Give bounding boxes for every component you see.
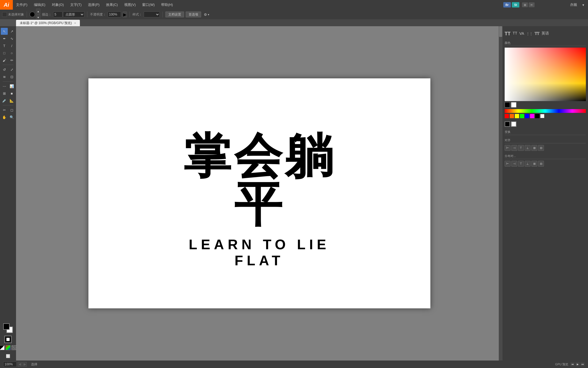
magenta-swatch[interactable] (530, 114, 534, 118)
color-mode-btn[interactable] (0, 345, 5, 350)
free-transform-btn[interactable]: ⊡ (8, 73, 15, 80)
tt-outlined-icon[interactable]: TT (535, 31, 539, 37)
stroke-width-input[interactable] (53, 11, 63, 17)
stroke-color-swatch[interactable] (30, 12, 35, 17)
workspace-icon[interactable]: ⊞ (522, 2, 528, 7)
warp-tool-btn[interactable]: ≋ (1, 73, 8, 80)
align-right-btn[interactable]: ⊤ (518, 145, 524, 151)
align-left-btn[interactable]: ⊢ (505, 145, 511, 151)
dist-left-btn[interactable]: ⊢ (505, 161, 511, 167)
align-center-h-btn[interactable]: ⊣ (511, 145, 517, 151)
black-swatch[interactable] (505, 102, 510, 108)
next-btn[interactable]: ▷ (22, 362, 27, 367)
canvas-scrollbar-v[interactable] (499, 26, 503, 361)
paintbrush-tool-btn[interactable]: 🖌 (1, 57, 8, 64)
scale-tool-btn[interactable]: ⤢ (8, 66, 15, 73)
pen-tool-btn[interactable]: ✒ (1, 35, 8, 42)
column-graph-btn[interactable]: 📊 (8, 83, 15, 90)
user-name[interactable]: 亦频 (568, 0, 579, 10)
none-swatch[interactable] (11, 345, 16, 350)
main-tab[interactable]: 未标题-1* @ 100% (RGB/GPU 预览) ✕ (16, 20, 80, 26)
rect-tool-btn[interactable]: □ (1, 49, 8, 56)
stroke-swatch[interactable] (4, 336, 12, 343)
hue-bar[interactable] (505, 109, 586, 113)
scissors-btn[interactable]: ✂ (1, 106, 8, 113)
gradient-swatch[interactable] (6, 345, 10, 350)
dist-right-btn[interactable]: ⊤ (518, 161, 524, 167)
red-swatch[interactable] (505, 114, 509, 118)
direct-select-tool-btn[interactable]: ↗ (8, 28, 15, 35)
zoom-input[interactable] (3, 362, 17, 367)
rewind-btn[interactable]: ⏮ (570, 362, 575, 366)
gradient-tool-btn[interactable]: ■ (8, 90, 15, 97)
pen-icon[interactable]: ✏ (529, 2, 535, 7)
char-options-icon[interactable]: ⋮⋮ (526, 31, 533, 37)
white-swatch[interactable] (511, 102, 516, 108)
white-small-swatch[interactable] (540, 114, 544, 118)
foreground-background-color[interactable] (3, 323, 13, 333)
stroke-up-btn[interactable]: ▲ (36, 9, 40, 14)
menu-window[interactable]: 窗口(W) (139, 0, 158, 10)
menu-object[interactable]: 对象(O) (49, 0, 67, 10)
doc-settings-btn[interactable]: 文档设置 (165, 11, 184, 17)
menu-text[interactable]: 文字(T) (67, 0, 85, 10)
hand-tool-btn[interactable]: ✋ (1, 114, 8, 121)
green-swatch[interactable] (520, 114, 524, 118)
foreground-color-box[interactable] (3, 323, 10, 330)
style-select[interactable] (144, 11, 160, 17)
dist-top-btn[interactable]: ⊥ (525, 161, 531, 167)
tab-close-btn[interactable]: ✕ (74, 22, 76, 25)
forward-btn[interactable]: ⏭ (581, 362, 585, 366)
menu-help[interactable]: 帮助(H) (158, 0, 176, 10)
menu-select[interactable]: 选择(P) (85, 0, 103, 10)
orange-swatch[interactable] (510, 114, 514, 118)
color-gradient-picker[interactable] (505, 48, 586, 101)
dist-bottom-btn[interactable]: ⊟ (538, 161, 544, 167)
menu-effect[interactable]: 效果(C) (103, 0, 121, 10)
curvature-tool-btn[interactable]: ∿ (8, 35, 15, 42)
selection-tool-indicator[interactable] (2, 12, 7, 17)
eyedropper-btn[interactable]: 💉 (1, 97, 8, 104)
menu-file[interactable]: 文件(F) (13, 0, 31, 10)
dist-center-h-btn[interactable]: ⊣ (511, 161, 517, 167)
char-va-icon[interactable]: VA (519, 31, 524, 37)
char-size-icon[interactable]: TT (505, 31, 511, 37)
fill-swatch[interactable] (505, 121, 510, 127)
stock-icon[interactable]: St (512, 2, 519, 7)
yellow-swatch[interactable] (515, 114, 519, 118)
zoom-tool-btn[interactable]: 🔍 (8, 114, 15, 121)
mesh-tool-btn[interactable]: ⊞ (1, 90, 8, 97)
bridge-icon[interactable]: Br (503, 2, 511, 7)
prefs-btn[interactable]: 首选项 (186, 11, 201, 17)
symbol-sprayer-btn[interactable]: ⋯ (1, 83, 8, 90)
artboard-tool-btn[interactable]: ⬜ (5, 352, 11, 359)
control-widget-icon[interactable]: ⚙ (204, 13, 207, 17)
align-top-btn[interactable]: ⊥ (525, 145, 531, 151)
select-tool-btn[interactable]: ↖ (1, 28, 8, 35)
eraser-btn[interactable]: ◻ (8, 106, 15, 113)
opacity-input[interactable] (108, 11, 121, 17)
bg-fill-swatch[interactable] (511, 121, 516, 127)
rotate-tool-btn[interactable]: ↺ (1, 66, 8, 73)
align-center-v-btn[interactable]: ⊞ (531, 145, 537, 151)
canvas-scrollbar-thumb[interactable] (499, 26, 502, 37)
canvas-area[interactable]: 掌会躺平 LEARN TO LIE FLAT (16, 26, 503, 361)
line-tool-btn[interactable]: / (8, 42, 15, 49)
dist-center-v-btn[interactable]: ⊞ (531, 161, 537, 167)
ellipse-tool-btn[interactable]: ○ (8, 49, 15, 56)
chevron-down-icon[interactable]: ▾ (581, 0, 586, 10)
control-expand-icon[interactable]: ▾ (208, 13, 209, 16)
stroke-type-select[interactable]: 点圆形 (63, 11, 84, 17)
pencil-tool-btn[interactable]: ✏ (8, 57, 15, 64)
black-small-swatch[interactable] (535, 114, 539, 118)
blue-swatch[interactable] (525, 114, 529, 118)
type-tool-btn[interactable]: T (1, 42, 8, 49)
play-btn[interactable]: ▶ (575, 362, 580, 366)
align-title: 对齐 (505, 138, 586, 143)
measure-btn[interactable]: 📐 (8, 97, 15, 104)
opacity-expand-btn[interactable]: ▶ (123, 11, 127, 17)
menu-view[interactable]: 视图(V) (121, 0, 139, 10)
prev-btn[interactable]: ◁ (18, 362, 22, 367)
char-aa-icon[interactable]: TT (513, 31, 517, 37)
align-bottom-btn[interactable]: ⊟ (538, 145, 544, 151)
